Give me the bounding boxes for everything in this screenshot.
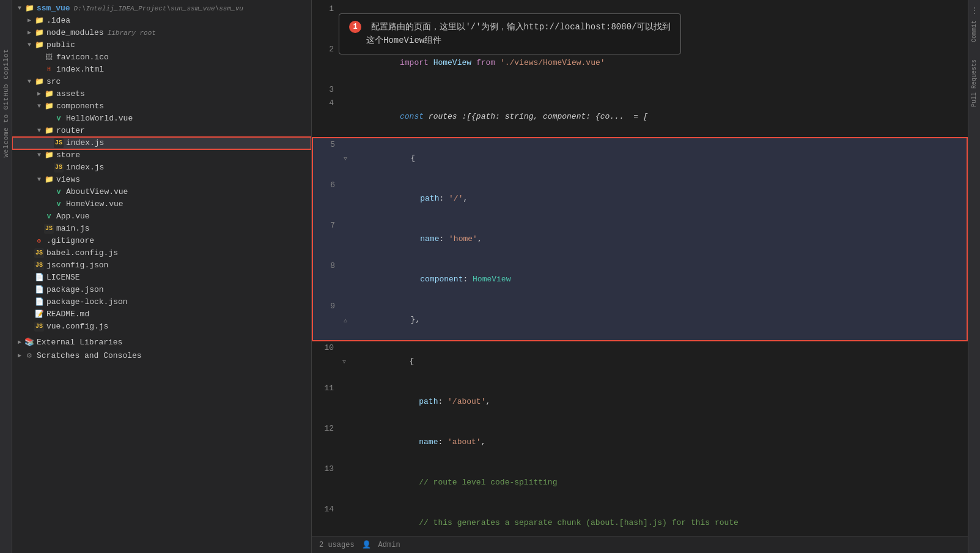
helloworld-file[interactable]: V HelloWorld.vue — [12, 113, 311, 125]
helloworld-icon: V — [54, 114, 64, 124]
scratches-icon: ⚙ — [24, 351, 34, 360]
line-num-2: 2 — [312, 43, 339, 83]
favicon-file[interactable]: 🖼 favicon.ico — [12, 51, 311, 64]
package-json-icon: 📄 — [34, 285, 44, 295]
assets-icon: 📁 — [44, 89, 54, 99]
fold-14 — [339, 503, 350, 536]
about-view-file[interactable]: V AboutView.vue — [12, 186, 311, 198]
main-js-file[interactable]: JS main.js — [12, 223, 311, 235]
root-path: D:\Intelij_IDEA_Project\sun_ssm_vue\ssm_… — [74, 2, 243, 15]
code-editor[interactable]: 1 import { createRouter, createWebHistor… — [312, 0, 968, 536]
line-num-11: 11 — [312, 382, 339, 422]
code-text-3 — [350, 83, 968, 97]
code-line-5: 5 ▽ { — [312, 137, 968, 179]
usages-count: 2 usages — [319, 541, 355, 549]
package-lock-file[interactable]: 📄 package-lock.json — [12, 296, 311, 308]
vue-config-file[interactable]: JS vue.config.js — [12, 321, 311, 333]
about-view-label: AboutView.vue — [66, 186, 128, 198]
readme-file[interactable]: 📝 README.md — [12, 308, 311, 321]
package-json-leaf — [24, 285, 34, 295]
code-text-6: path: '/', — [351, 179, 967, 219]
line-num-12: 12 — [312, 422, 339, 462]
router-arrow — [34, 126, 44, 136]
fold-9: △ — [340, 300, 351, 340]
code-text-9: }, — [351, 300, 967, 340]
home-view-icon: V — [54, 199, 64, 209]
user-name: Admin — [378, 541, 400, 549]
gitignore-label: .gitignore — [46, 235, 94, 247]
license-icon: 📄 — [34, 273, 44, 283]
views-label: views — [56, 174, 80, 186]
root-folder[interactable]: 📁 ssm_vue D:\Intelij_IDEA_Project\sun_ss… — [12, 2, 311, 15]
components-label: components — [56, 100, 104, 113]
router-folder[interactable]: 📁 router — [12, 125, 311, 137]
store-index-label: index.js — [66, 161, 104, 174]
fold-10: ▽ — [339, 341, 350, 382]
code-line-9: 9 △ }, — [312, 300, 968, 341]
scratches-consoles[interactable]: ⚙ Scratches and Consoles — [12, 349, 311, 362]
vue-config-leaf — [24, 322, 34, 332]
welcome-bar: Welcome to GitHub Copilot — [0, 0, 12, 553]
babel-icon: JS — [34, 248, 44, 258]
store-folder[interactable]: 📁 store — [12, 149, 311, 161]
router-icon: 📁 — [44, 126, 54, 136]
public-label: public — [46, 39, 75, 51]
home-view-label: HomeView.vue — [66, 198, 123, 210]
line-num-4: 4 — [312, 97, 339, 137]
right-icon-2[interactable]: Commit — [971, 20, 978, 42]
fold-11 — [339, 382, 350, 422]
main-js-icon: JS — [44, 224, 54, 234]
license-file[interactable]: 📄 LICENSE — [12, 272, 311, 284]
fold-6 — [340, 179, 351, 219]
code-line-11: 11 path: '/about', — [312, 382, 968, 422]
package-json-file[interactable]: 📄 package.json — [12, 284, 311, 296]
views-folder[interactable]: 📁 views — [12, 174, 311, 186]
src-icon: 📁 — [34, 77, 44, 87]
code-line-8: 8 component: HomeView — [312, 259, 968, 300]
home-view-leaf — [44, 199, 54, 209]
assets-folder[interactable]: 📁 assets — [12, 88, 311, 100]
code-text-13: // route level code-splitting — [350, 462, 968, 503]
node-modules-folder[interactable]: 📁 node_modules library root — [12, 27, 311, 39]
index-html-file[interactable]: H index.html — [12, 64, 311, 76]
code-text-10: { — [350, 341, 968, 382]
babel-config-file[interactable]: JS babel.config.js — [12, 247, 311, 259]
right-icon-3[interactable]: Pull Requests — [971, 59, 978, 107]
store-index-file[interactable]: JS index.js — [12, 161, 311, 174]
line-num-6: 6 — [313, 179, 340, 219]
home-view-file[interactable]: V HomeView.vue — [12, 198, 311, 210]
router-index-icon: JS — [54, 138, 64, 148]
idea-folder[interactable]: 📁 .idea — [12, 15, 311, 27]
gitignore-file[interactable]: ⊙ .gitignore — [12, 235, 311, 247]
jsconfig-file[interactable]: JS jsconfig.json — [12, 259, 311, 272]
main-js-label: main.js — [56, 223, 90, 235]
code-line-14: 14 // this generates a separate chunk (a… — [312, 503, 968, 536]
index-html-icon: H — [44, 65, 54, 75]
router-index-file[interactable]: JS index.js — [12, 137, 311, 149]
code-line-7: 7 name: 'home', — [312, 219, 968, 259]
about-view-leaf — [44, 187, 54, 197]
store-icon: 📁 — [44, 150, 54, 160]
public-arrow — [24, 40, 34, 50]
line-num-8: 8 — [313, 259, 340, 300]
tooltip-line2: 这个HomeView组件 — [366, 35, 441, 45]
src-label: src — [46, 76, 61, 88]
fold-3 — [339, 83, 350, 97]
code-line-12: 12 name: 'about', — [312, 422, 968, 462]
external-libraries-label: External Libraries — [37, 338, 122, 347]
public-folder[interactable]: 📁 public — [12, 39, 311, 51]
fold-13 — [339, 462, 350, 503]
editor-area: 1 配置路由的页面，这里以'/'为例，输入http://localhost:80… — [312, 0, 968, 553]
right-icon-1[interactable]: ⋮ — [971, 6, 978, 15]
favicon-icon: 🖼 — [44, 53, 54, 62]
babel-leaf — [24, 248, 34, 258]
external-libraries[interactable]: 📚 External Libraries — [12, 335, 311, 349]
favicon-leaf — [34, 53, 44, 62]
components-folder[interactable]: 📁 components — [12, 100, 311, 113]
src-folder[interactable]: 📁 src — [12, 76, 311, 88]
vue-config-label: vue.config.js — [46, 321, 108, 333]
jsconfig-leaf — [24, 261, 34, 270]
code-text-11: path: '/about', — [350, 382, 968, 422]
app-vue-file[interactable]: V App.vue — [12, 210, 311, 223]
router-index-leaf — [44, 138, 54, 148]
